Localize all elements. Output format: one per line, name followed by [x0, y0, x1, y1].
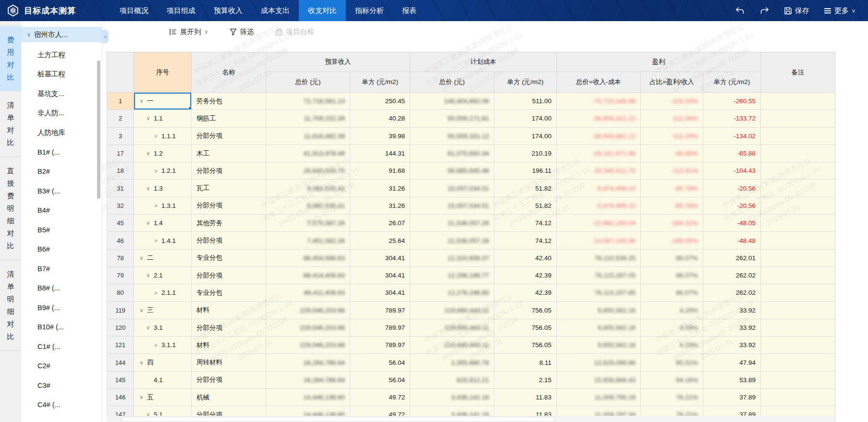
cell-profit-total[interactable]: -19,161,671.88: [557, 145, 641, 162]
sidebar-item[interactable]: B7#: [21, 259, 102, 279]
nav-tab-成本支出[interactable]: 成本支出: [252, 0, 299, 21]
cell-remark[interactable]: [761, 232, 835, 249]
cell-cost-total[interactable]: 56,985,645.46: [410, 162, 494, 180]
cell-cost-unit[interactable]: 210.19: [494, 145, 557, 162]
cell-profit-total[interactable]: -30,345,611.75: [557, 162, 641, 180]
cell-name[interactable]: 专业分包: [192, 249, 266, 266]
cell-no[interactable]: 46: [107, 232, 134, 249]
cell-profit-unit[interactable]: -133.72: [703, 110, 761, 127]
cell-remark[interactable]: [761, 162, 835, 180]
cell-cost-unit[interactable]: 11.83: [494, 389, 557, 406]
cell-profit-pct[interactable]: 4.29%: [641, 319, 703, 336]
header-group-income[interactable]: 预算收入: [266, 52, 410, 72]
sidebar-item[interactable]: B2#: [21, 162, 102, 181]
selection-handle[interactable]: [188, 107, 192, 110]
cell-seq[interactable]: >2.1.1: [134, 284, 192, 301]
cell-cost-unit[interactable]: 8.11: [494, 354, 557, 371]
chevron-down-icon[interactable]: ∨: [139, 98, 144, 104]
cell-cost-unit[interactable]: 196.11: [494, 162, 557, 180]
sidebar-item[interactable]: B4#: [21, 201, 102, 220]
cell-seq[interactable]: ∨1.2: [134, 145, 192, 162]
cell-profit-total[interactable]: -38,943,881.12: [557, 127, 641, 145]
cell-name[interactable]: 劳务分包: [192, 93, 266, 110]
cell-profit-pct[interactable]: -65.78%: [641, 180, 703, 197]
project-self-check-button[interactable]: 项目自检: [275, 27, 314, 36]
cell-cost-unit[interactable]: 756.05: [494, 337, 557, 354]
cell-cost-total[interactable]: 21,536,057.26: [410, 215, 494, 232]
cell-profit-unit[interactable]: -20.56: [703, 180, 761, 197]
cell-seq[interactable]: ∨四: [134, 354, 192, 371]
cell-cost-total[interactable]: 2,355,680.78: [410, 354, 494, 371]
cell-profit-unit[interactable]: 53.89: [703, 371, 761, 388]
cell-profit-pct[interactable]: -189.05%: [641, 232, 703, 249]
cell-profit-total[interactable]: -75,710,348.96: [557, 93, 641, 110]
cell-cost-unit[interactable]: 174.00: [494, 127, 557, 145]
cell-income-unit[interactable]: 304.41: [350, 284, 410, 301]
cell-remark[interactable]: [761, 145, 835, 162]
cell-profit-unit[interactable]: 262.02: [703, 284, 761, 301]
cell-remark[interactable]: [761, 127, 835, 145]
chevron-down-icon[interactable]: ∨: [146, 325, 151, 331]
expand-to-button[interactable]: 展开到 ∨: [169, 27, 208, 36]
cell-seq[interactable]: ∨三: [134, 301, 192, 319]
nav-tab-报表[interactable]: 报表: [393, 0, 426, 21]
cell-cost-total[interactable]: 219,690,443.11: [410, 301, 494, 319]
cell-cost-total[interactable]: 3,436,141.16: [410, 389, 494, 406]
cell-income-total[interactable]: 16,284,786.64: [266, 371, 350, 388]
cell-cost-total[interactable]: 12,298,198.77: [410, 266, 494, 284]
undo-button[interactable]: [735, 7, 745, 15]
cell-seq[interactable]: ∨二: [134, 249, 192, 266]
nav-tab-收支对比[interactable]: 收支对比: [299, 0, 346, 21]
horizontal-scrollbar-thumb[interactable]: [121, 417, 554, 422]
cell-income-total[interactable]: 26,640,033.70: [266, 162, 350, 180]
cell-cost-total[interactable]: 219,690,443.11: [410, 319, 494, 336]
cell-name[interactable]: 机械: [192, 389, 266, 406]
cell-name[interactable]: 分部分项: [192, 266, 266, 284]
cell-profit-pct[interactable]: 86.07%: [641, 249, 703, 266]
header-profit-pct[interactable]: 占比=盈利/收入: [641, 72, 703, 93]
cell-name[interactable]: 分部分项: [192, 127, 266, 145]
chevron-down-icon[interactable]: ∨: [139, 394, 144, 400]
cell-no[interactable]: 45: [107, 215, 134, 232]
sidebar-item[interactable]: C1# (...: [21, 337, 102, 357]
cell-profit-unit[interactable]: 47.94: [703, 354, 761, 371]
left-tab-清单明细对比[interactable]: 清 单 明 细 对 比: [0, 260, 21, 351]
cell-cost-unit[interactable]: 51.82: [494, 197, 557, 214]
sidebar-collapse-button[interactable]: ‹: [102, 30, 109, 43]
cell-profit-pct[interactable]: 85.51%: [641, 354, 703, 371]
cell-income-unit[interactable]: 789.97: [350, 319, 410, 336]
left-tab-费用对比[interactable]: 费 用 对 比: [0, 26, 21, 91]
sidebar-item[interactable]: B6#: [21, 240, 102, 259]
cell-seq[interactable]: ∨1.1: [134, 110, 192, 127]
cell-name[interactable]: 材料: [192, 337, 266, 354]
sidebar-item[interactable]: B8# (...: [21, 278, 102, 298]
cell-income-total[interactable]: 88,454,586.63: [266, 249, 350, 266]
cell-cost-total[interactable]: 61,075,650.34: [410, 145, 494, 162]
cell-cost-unit[interactable]: 42.39: [494, 284, 557, 301]
cell-profit-total[interactable]: -13,962,150.04: [557, 215, 641, 232]
cell-seq[interactable]: >1.1.1: [134, 127, 192, 145]
cell-remark[interactable]: [761, 249, 835, 266]
cell-income-total[interactable]: 72,716,561.13: [266, 93, 350, 110]
redo-button[interactable]: [759, 7, 770, 15]
cell-seq[interactable]: >1.2.1: [134, 162, 192, 180]
cell-profit-total[interactable]: -14,087,155.06: [557, 232, 641, 249]
cell-income-total[interactable]: 14,446,138.60: [266, 389, 350, 406]
cell-profit-pct[interactable]: 4.29%: [641, 337, 703, 354]
cell-remark[interactable]: [761, 180, 835, 197]
cell-profit-unit[interactable]: 33.92: [703, 319, 761, 336]
cell-profit-pct[interactable]: 86.07%: [641, 284, 703, 301]
sidebar-item[interactable]: 非人防...: [21, 104, 102, 123]
cell-income-unit[interactable]: 91.68: [350, 162, 410, 180]
nav-tab-项目概况[interactable]: 项目概况: [110, 0, 158, 21]
cell-profit-total[interactable]: -5,974,499.10: [557, 180, 641, 197]
header-cost-unit[interactable]: 单方 (元/m2): [494, 72, 557, 93]
cell-income-unit[interactable]: 31.26: [350, 180, 410, 197]
header-group-cost[interactable]: 计划成本: [410, 52, 557, 72]
cell-cost-total[interactable]: 15,057,034.51: [410, 180, 494, 197]
cell-no[interactable]: 32: [107, 197, 134, 214]
cell-profit-total[interactable]: -5,974,499.10: [557, 197, 641, 214]
sidebar-item[interactable]: B10# (...: [21, 317, 102, 337]
cell-remark[interactable]: [761, 337, 835, 354]
cell-income-total[interactable]: 229,546,203.66: [266, 337, 350, 354]
